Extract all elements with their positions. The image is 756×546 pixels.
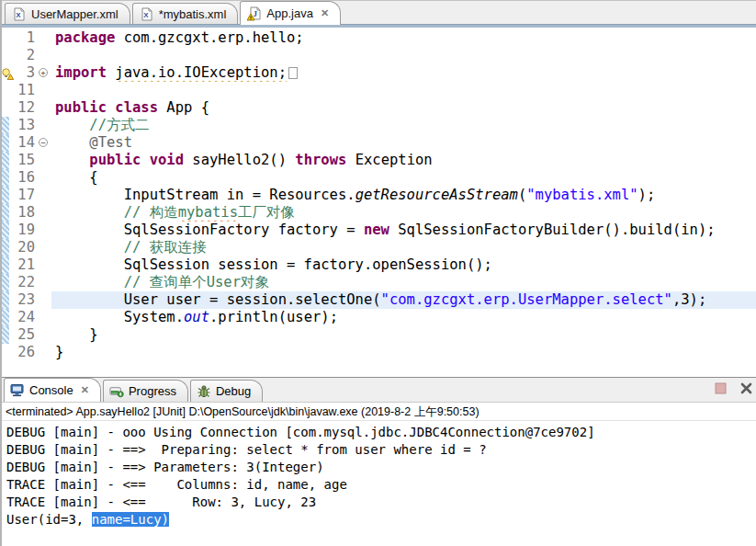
line-number[interactable]: 2 bbox=[9, 47, 37, 64]
code-line-24[interactable]: 24 System.out.println(user); bbox=[2, 309, 756, 326]
code-text[interactable]: // 获取连接 bbox=[51, 239, 756, 256]
code-text[interactable] bbox=[51, 82, 756, 99]
line-number[interactable]: 12 bbox=[9, 99, 37, 117]
editor-tab-app-java[interactable]: JApp.java✕ bbox=[240, 1, 341, 25]
code-line-20[interactable]: 20 // 获取连接 bbox=[2, 239, 756, 256]
fold-column bbox=[37, 99, 51, 117]
line-number[interactable]: 26 bbox=[9, 344, 37, 361]
fold-expand-icon[interactable]: + bbox=[39, 68, 48, 77]
console-text: User(id=3, bbox=[6, 512, 92, 527]
code-line-17[interactable]: 17 InputStream in = Resources.getResourc… bbox=[2, 187, 756, 204]
console-text: DEBUG [main] - ==> Parameters: 3(Integer… bbox=[6, 460, 324, 474]
line-number[interactable]: 11 bbox=[9, 82, 37, 99]
line-number[interactable]: 25 bbox=[9, 326, 37, 344]
line-number[interactable]: 20 bbox=[9, 239, 37, 256]
fold-column: − bbox=[37, 134, 51, 152]
fold-column bbox=[37, 274, 51, 291]
code-text[interactable]: // 查询单个User对象 bbox=[51, 274, 756, 291]
stop-button[interactable] bbox=[714, 381, 727, 394]
console-output[interactable]: DEBUG [main] - ooo Using Connection [com… bbox=[2, 421, 756, 529]
console-line[interactable]: TRACE [main] - <== Columns: id, name, ag… bbox=[6, 476, 756, 494]
code-text[interactable]: @Test bbox=[51, 134, 756, 152]
editor-tab-usermapper-xml[interactable]: XUserMapper.xml bbox=[5, 3, 130, 25]
code-text[interactable]: { bbox=[51, 169, 756, 187]
code-line-3[interactable]: 3+import java.io.IOException; bbox=[2, 64, 756, 82]
code-text[interactable]: //方式二 bbox=[51, 117, 756, 134]
console-line[interactable]: TRACE [main] - <== Row: 3, Lucy, 23 bbox=[6, 494, 756, 511]
active-tab-band bbox=[2, 24, 756, 28]
console-line[interactable]: DEBUG [main] - ooo Using Connection [com… bbox=[6, 424, 756, 441]
quick-diff-changed bbox=[2, 187, 9, 204]
code-text[interactable]: // 构造mybatis工厂对像 bbox=[51, 204, 756, 222]
line-number[interactable]: 24 bbox=[9, 309, 37, 326]
code-text[interactable]: import java.io.IOException; bbox=[51, 64, 756, 82]
line-number[interactable]: 14 bbox=[9, 134, 37, 152]
fold-column bbox=[37, 291, 51, 309]
tab-close-icon[interactable]: ✕ bbox=[321, 7, 329, 19]
line-number[interactable]: 22 bbox=[9, 274, 37, 291]
console-tab-console[interactable]: Console✕ bbox=[4, 378, 101, 402]
line-number[interactable]: 18 bbox=[9, 204, 37, 222]
editor-tab--mybatis-xml[interactable]: X*mybatis.xml bbox=[132, 3, 239, 25]
fold-column bbox=[37, 256, 51, 274]
code-line-21[interactable]: 21 SqlSession session = factory.openSess… bbox=[2, 256, 756, 274]
line-number[interactable]: 19 bbox=[9, 222, 37, 239]
close-console-icon[interactable] bbox=[739, 381, 752, 394]
code-text[interactable] bbox=[51, 47, 756, 64]
code-text[interactable]: public void sayHello2() throws Exception bbox=[51, 152, 756, 169]
warning-bulb-icon[interactable] bbox=[2, 67, 14, 79]
code-text[interactable]: InputStream in = Resources.getResourceAs… bbox=[51, 187, 756, 204]
code-editor[interactable]: 1package com.gzcgxt.erp.hello;23+import … bbox=[2, 28, 756, 377]
quick-diff-changed bbox=[2, 291, 9, 309]
code-text[interactable]: public class App { bbox=[51, 99, 756, 117]
console-tab-progress[interactable]: Progress bbox=[103, 380, 188, 402]
line-number[interactable]: 1 bbox=[9, 29, 37, 47]
quick-diff bbox=[2, 344, 9, 361]
fold-column bbox=[37, 344, 51, 361]
line-number[interactable]: 16 bbox=[9, 169, 37, 187]
debug-icon bbox=[197, 384, 211, 399]
code-line-26[interactable]: 26} bbox=[2, 344, 756, 361]
code-line-14[interactable]: 14− @Test bbox=[2, 134, 756, 152]
code-text[interactable]: System.out.println(user); bbox=[51, 309, 756, 326]
code-line-12[interactable]: 12public class App { bbox=[2, 99, 756, 117]
quick-diff-changed bbox=[2, 134, 9, 152]
code-text[interactable]: User user = session.selectOne("com.gzcgx… bbox=[51, 291, 756, 309]
code-line-25[interactable]: 25 } bbox=[2, 326, 756, 344]
console-line[interactable]: DEBUG [main] - ==> Preparing: select * f… bbox=[6, 441, 756, 459]
console-tab-bar: Console✕ProgressDebug bbox=[2, 378, 756, 403]
code-line-22[interactable]: 22 // 查询单个User对象 bbox=[2, 274, 756, 291]
code-line-19[interactable]: 19 SqlSessionFactory factory = new SqlSe… bbox=[2, 222, 756, 239]
console-tab-debug[interactable]: Debug bbox=[190, 380, 263, 402]
line-number[interactable]: 15 bbox=[9, 152, 37, 169]
tab-label: App.java bbox=[266, 6, 313, 20]
code-line-1[interactable]: 1package com.gzcgxt.erp.hello; bbox=[2, 29, 756, 47]
fold-collapse-icon[interactable]: − bbox=[39, 138, 48, 147]
line-number[interactable]: 21 bbox=[9, 256, 37, 274]
code-line-13[interactable]: 13 //方式二 bbox=[2, 117, 756, 134]
code-line-16[interactable]: 16 { bbox=[2, 169, 756, 187]
line-number[interactable]: 23 bbox=[9, 291, 37, 309]
fold-column: + bbox=[37, 64, 51, 82]
fold-column bbox=[37, 152, 51, 169]
code-line-11[interactable]: 11 bbox=[2, 82, 756, 99]
code-line-18[interactable]: 18 // 构造mybatis工厂对像 bbox=[2, 204, 756, 222]
code-text[interactable]: } bbox=[51, 326, 756, 344]
code-text[interactable]: } bbox=[51, 344, 756, 361]
code-line-2[interactable]: 2 bbox=[2, 47, 756, 64]
code-line-23[interactable]: 23 User user = session.selectOne("com.gz… bbox=[2, 291, 756, 309]
fold-column bbox=[37, 326, 51, 344]
collapsed-region-box[interactable] bbox=[288, 67, 298, 79]
quick-diff-changed bbox=[2, 222, 9, 239]
code-line-15[interactable]: 15 public void sayHello2() throws Except… bbox=[2, 152, 756, 169]
code-text[interactable]: package com.gzcgxt.erp.hello; bbox=[51, 29, 756, 47]
tab-close-icon[interactable]: ✕ bbox=[81, 384, 89, 396]
xml-file-icon: X bbox=[140, 7, 154, 22]
console-line[interactable]: User(id=3, name=Lucy) bbox=[6, 511, 756, 529]
line-number[interactable]: 17 bbox=[9, 187, 37, 204]
line-number[interactable]: 13 bbox=[9, 117, 37, 134]
code-text[interactable]: SqlSession session = factory.openSession… bbox=[51, 256, 756, 274]
code-text[interactable]: SqlSessionFactory factory = new SqlSessi… bbox=[51, 222, 756, 239]
console-line[interactable]: DEBUG [main] - ==> Parameters: 3(Integer… bbox=[6, 459, 756, 476]
fold-column bbox=[37, 222, 51, 239]
